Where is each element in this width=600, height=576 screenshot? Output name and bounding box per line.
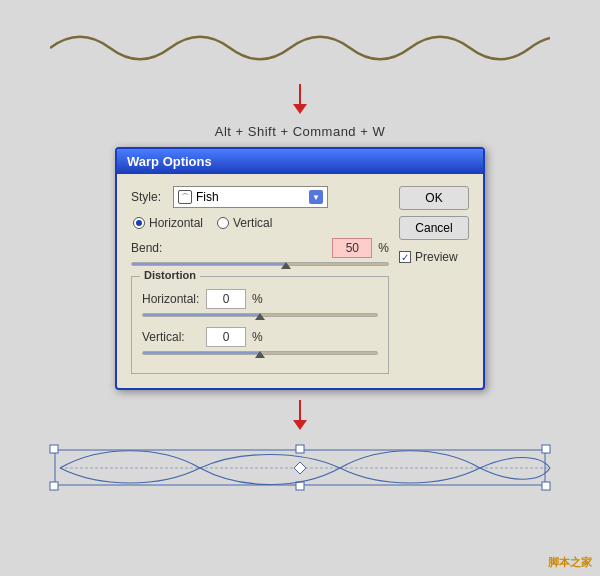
arrow-head-1	[293, 104, 307, 114]
horizontal-label: Horizontal	[149, 216, 203, 230]
top-wave-svg	[50, 28, 550, 68]
watermark: 脚本之家	[548, 555, 592, 570]
distortion-horizontal-label: Horizontal:	[142, 292, 200, 306]
svg-rect-4	[50, 482, 58, 490]
select-dropdown-arrow[interactable]: ▼	[309, 190, 323, 204]
svg-rect-2	[296, 445, 304, 453]
distortion-vertical-input[interactable]	[206, 327, 246, 347]
arrow-down-1	[293, 84, 307, 114]
bend-slider-container	[131, 262, 389, 266]
distortion-horizontal-input[interactable]	[206, 289, 246, 309]
dialog-title-bar: Warp Options	[117, 149, 483, 174]
svg-rect-5	[296, 482, 304, 490]
radio-vertical[interactable]: Vertical	[217, 216, 272, 230]
main-container: Alt + Shift + Command + W Warp Options S…	[0, 0, 600, 576]
radio-horizontal[interactable]: Horizontal	[133, 216, 203, 230]
vertical-label: Vertical	[233, 216, 272, 230]
distortion-horizontal-fill	[143, 314, 260, 316]
style-row: Style: ⌒ Fish ▼	[131, 186, 389, 208]
svg-rect-1	[50, 445, 58, 453]
arrow-shaft-2	[299, 400, 301, 420]
top-wave-area	[0, 0, 600, 80]
distortion-horizontal-row: Horizontal: %	[142, 289, 378, 309]
distortion-horizontal-slider-track[interactable]	[142, 313, 378, 317]
radio-horizontal-fill	[136, 220, 142, 226]
bend-percent: %	[378, 241, 389, 255]
svg-rect-6	[542, 482, 550, 490]
bend-input[interactable]	[332, 238, 372, 258]
bottom-wave-area	[0, 440, 600, 495]
distortion-horizontal-thumb[interactable]	[255, 313, 265, 320]
cancel-button[interactable]: Cancel	[399, 216, 469, 240]
distortion-vertical-fill	[143, 352, 260, 354]
distortion-vertical-percent: %	[252, 330, 263, 344]
distortion-legend: Distortion	[140, 269, 200, 281]
ok-button[interactable]: OK	[399, 186, 469, 210]
distortion-vertical-slider-track[interactable]	[142, 351, 378, 355]
radio-horizontal-circle	[133, 217, 145, 229]
preview-row: ✓ Preview	[399, 250, 469, 264]
orientation-row: Horizontal Vertical	[131, 216, 389, 230]
distortion-vertical-row: Vertical: %	[142, 327, 378, 347]
style-select[interactable]: ⌒ Fish ▼	[173, 186, 328, 208]
dialog-left: Style: ⌒ Fish ▼ Horizontal	[131, 186, 389, 374]
arrow-head-2	[293, 420, 307, 430]
bend-slider-fill	[132, 263, 286, 265]
bottom-wave-svg	[40, 440, 560, 495]
arrow-shaft-1	[299, 84, 301, 104]
svg-marker-8	[294, 462, 306, 474]
dialog-right: OK Cancel ✓ Preview	[399, 186, 469, 374]
fish-icon: ⌒	[178, 190, 192, 204]
svg-rect-3	[542, 445, 550, 453]
bend-row: Bend: %	[131, 238, 389, 258]
preview-label: Preview	[415, 250, 458, 264]
style-label: Style:	[131, 190, 167, 204]
distortion-horizontal-percent: %	[252, 292, 263, 306]
dialog-title: Warp Options	[127, 154, 212, 169]
bend-label: Bend:	[131, 241, 167, 255]
distortion-vertical-label: Vertical:	[142, 330, 200, 344]
radio-vertical-circle	[217, 217, 229, 229]
dialog-body: Style: ⌒ Fish ▼ Horizontal	[117, 174, 483, 388]
bend-slider-track[interactable]	[131, 262, 389, 266]
distortion-vertical-thumb[interactable]	[255, 351, 265, 358]
arrow-down-2	[293, 400, 307, 430]
distortion-group: Distortion Horizontal: %	[131, 276, 389, 374]
preview-checkbox[interactable]: ✓	[399, 251, 411, 263]
style-value: Fish	[196, 190, 219, 204]
bend-slider-thumb[interactable]	[281, 262, 291, 269]
warp-options-dialog: Warp Options Style: ⌒ Fish ▼	[115, 147, 485, 390]
distortion-vertical-slider-container	[142, 351, 378, 355]
shortcut-text: Alt + Shift + Command + W	[215, 124, 385, 139]
distortion-horizontal-slider-container	[142, 313, 378, 317]
